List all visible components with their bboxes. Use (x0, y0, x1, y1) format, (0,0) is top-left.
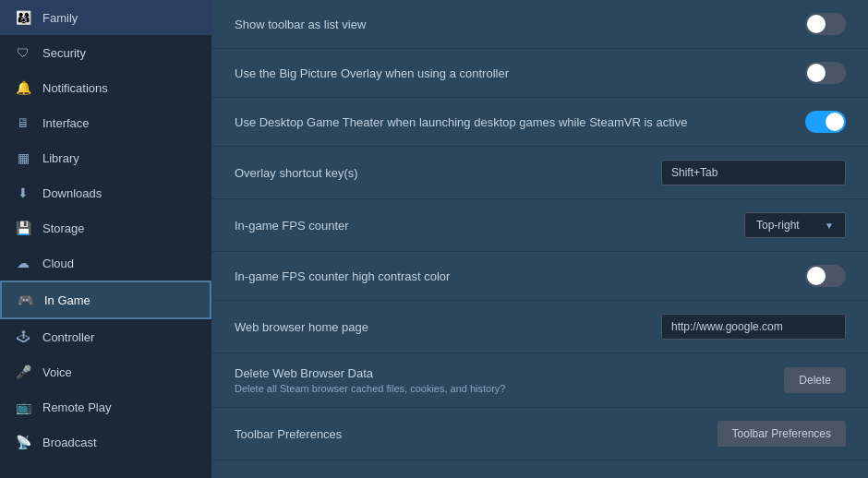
sidebar-item-broadcast[interactable]: 📡Broadcast (0, 424, 211, 460)
toggle-desktop-theater[interactable] (805, 111, 846, 133)
settings-label-big-picture: Use the Big Picture Overlay when using a… (235, 66, 805, 80)
toggle-show-toolbar[interactable] (805, 13, 846, 35)
toggle-big-picture[interactable] (805, 62, 846, 84)
sidebar-item-storage[interactable]: 💾Storage (0, 210, 211, 245)
settings-row-show-toolbar: Show toolbar as list view (212, 0, 868, 49)
settings-row-web-browser: Web browser home page (212, 301, 868, 353)
sidebar-label-security: Security (42, 46, 86, 60)
sidebar-label-remote-play: Remote Play (42, 400, 111, 414)
family-icon: 👨‍👩‍👧 (15, 9, 31, 26)
dropdown-fps-counter[interactable]: Top-right▼ (744, 212, 846, 238)
settings-row-desktop-theater: Use Desktop Game Theater when launching … (212, 98, 868, 147)
sidebar-label-in-game: In Game (44, 293, 90, 307)
settings-label-web-browser: Web browser home page (235, 320, 661, 334)
sidebar-label-library: Library (42, 151, 79, 165)
in-game-icon: 🎮 (17, 292, 33, 308)
sidebar-item-voice[interactable]: 🎤Voice (0, 354, 211, 389)
sidebar-item-notifications[interactable]: 🔔Notifications (0, 70, 211, 105)
settings-row-fps-contrast: In-game FPS counter high contrast color (212, 252, 868, 301)
main-content: Show toolbar as list viewUse the Big Pic… (212, 0, 868, 478)
button-toolbar-preferences[interactable]: Toolbar Preferences (717, 421, 846, 447)
sidebar-label-notifications: Notifications (42, 81, 108, 95)
settings-row-delete-browser-data: Delete Web Browser DataDelete all Steam … (212, 353, 868, 408)
button-delete-browser-data[interactable]: Delete (784, 367, 846, 393)
sidebar-label-broadcast: Broadcast (42, 436, 97, 449)
sidebar-item-cloud[interactable]: ☁Cloud (0, 245, 211, 281)
sidebar-item-family[interactable]: 👨‍👩‍👧Family (0, 0, 211, 35)
sidebar-item-in-game[interactable]: 🎮In Game (0, 281, 211, 319)
broadcast-icon: 📡 (15, 434, 31, 450)
text-display-overlay-shortcut: Shift+Tab (661, 160, 846, 185)
settings-label-overlay-shortcut: Overlay shortcut key(s) (235, 166, 661, 180)
settings-label-show-toolbar: Show toolbar as list view (235, 18, 805, 31)
controller-icon: 🕹 (15, 329, 31, 345)
settings-label-delete-browser-data: Delete Web Browser DataDelete all Steam … (235, 366, 784, 394)
settings-row-toolbar-preferences: Toolbar PreferencesToolbar Preferences (212, 408, 868, 460)
text-input-web-browser[interactable] (661, 314, 846, 340)
settings-label-toolbar-preferences: Toolbar Preferences (235, 427, 717, 441)
settings-label-desktop-theater: Use Desktop Game Theater when launching … (235, 115, 805, 129)
sidebar-item-security[interactable]: 🛡Security (0, 35, 211, 70)
downloads-icon: ⬇ (15, 185, 31, 201)
sidebar-label-controller: Controller (42, 330, 94, 344)
sidebar-label-downloads: Downloads (42, 186, 102, 200)
settings-list: Show toolbar as list viewUse the Big Pic… (212, 0, 868, 460)
sidebar-item-library[interactable]: ▦Library (0, 140, 211, 175)
voice-icon: 🎤 (15, 364, 31, 380)
settings-row-overlay-shortcut: Overlay shortcut key(s)Shift+Tab (212, 147, 868, 199)
sidebar-item-downloads[interactable]: ⬇Downloads (0, 175, 211, 210)
sidebar-item-interface[interactable]: 🖥Interface (0, 105, 211, 140)
settings-label-fps-contrast: In-game FPS counter high contrast color (235, 269, 805, 283)
sidebar-item-remote-play[interactable]: 📺Remote Play (0, 389, 211, 424)
sidebar: 👨‍👩‍👧Family🛡Security🔔Notifications🖥Inter… (0, 0, 212, 478)
sidebar-label-family: Family (42, 11, 78, 25)
sidebar-item-controller[interactable]: 🕹Controller (0, 319, 211, 354)
toggle-fps-contrast[interactable] (805, 265, 846, 287)
notifications-icon: 🔔 (15, 79, 31, 96)
settings-label-fps-counter: In-game FPS counter (235, 219, 744, 233)
sidebar-label-storage: Storage (42, 221, 85, 235)
library-icon: ▦ (15, 149, 31, 166)
security-icon: 🛡 (15, 44, 31, 61)
settings-row-fps-counter: In-game FPS counterTop-right▼ (212, 199, 868, 252)
remote-play-icon: 📺 (15, 399, 31, 415)
sidebar-label-cloud: Cloud (42, 257, 74, 270)
sidebar-label-voice: Voice (42, 365, 72, 379)
storage-icon: 💾 (15, 220, 31, 236)
cloud-icon: ☁ (15, 255, 31, 271)
settings-row-big-picture: Use the Big Picture Overlay when using a… (212, 49, 868, 98)
sidebar-label-interface: Interface (42, 116, 90, 130)
interface-icon: 🖥 (15, 114, 31, 131)
